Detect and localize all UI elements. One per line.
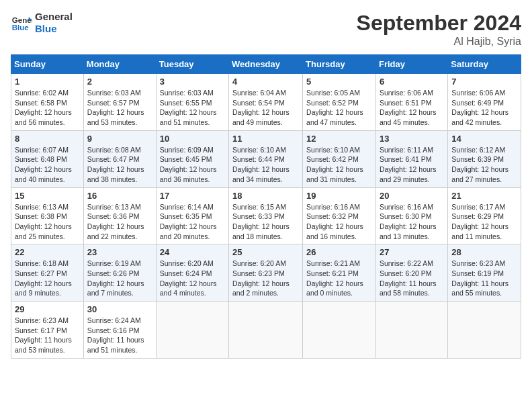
calendar-cell: 14Sunrise: 6:12 AM Sunset: 6:39 PM Dayli… [448,130,521,187]
header: General Blue General Blue September 2024… [11,11,521,48]
day-info: Sunrise: 6:04 AM Sunset: 6:54 PM Dayligh… [232,88,299,128]
day-number: 16 [87,191,152,201]
day-number: 4 [232,77,299,87]
day-info: Sunrise: 6:14 AM Sunset: 6:35 PM Dayligh… [160,202,225,242]
day-info: Sunrise: 6:23 AM Sunset: 6:19 PM Dayligh… [451,259,517,298]
day-info: Sunrise: 6:21 AM Sunset: 6:21 PM Dayligh… [306,259,372,298]
day-info: Sunrise: 6:18 AM Sunset: 6:27 PM Dayligh… [15,259,80,298]
day-number: 2 [87,77,152,87]
day-number: 9 [87,134,152,144]
weekday-thursday: Thursday [303,55,376,74]
title-area: September 2024 Al Hajib, Syria [357,11,521,48]
day-number: 12 [306,134,372,144]
day-info: Sunrise: 6:20 AM Sunset: 6:23 PM Dayligh… [232,259,299,298]
day-info: Sunrise: 6:02 AM Sunset: 6:58 PM Dayligh… [15,88,80,128]
calendar-cell: 6Sunrise: 6:06 AM Sunset: 6:51 PM Daylig… [375,74,447,131]
day-info: Sunrise: 6:13 AM Sunset: 6:38 PM Dayligh… [15,202,80,242]
day-info: Sunrise: 6:24 AM Sunset: 6:16 PM Dayligh… [87,316,152,355]
day-info: Sunrise: 6:07 AM Sunset: 6:48 PM Dayligh… [15,145,80,185]
day-number: 21 [451,191,517,201]
day-info: Sunrise: 6:09 AM Sunset: 6:45 PM Dayligh… [160,145,225,185]
calendar-cell: 15Sunrise: 6:13 AM Sunset: 6:38 PM Dayli… [11,187,84,244]
calendar-cell: 28Sunrise: 6:23 AM Sunset: 6:19 PM Dayli… [448,244,521,302]
calendar-cell [156,302,228,359]
calendar-cell: 21Sunrise: 6:17 AM Sunset: 6:29 PM Dayli… [448,187,521,244]
calendar-cell: 24Sunrise: 6:20 AM Sunset: 6:24 PM Dayli… [156,244,228,302]
day-number: 11 [232,134,299,144]
weekday-saturday: Saturday [448,55,521,74]
calendar-cell [375,302,447,359]
calendar-cell: 18Sunrise: 6:15 AM Sunset: 6:33 PM Dayli… [229,187,303,244]
logo: General Blue General Blue [11,11,73,35]
calendar-cell: 12Sunrise: 6:10 AM Sunset: 6:42 PM Dayli… [303,130,376,187]
day-number: 1 [15,77,80,87]
day-info: Sunrise: 6:16 AM Sunset: 6:32 PM Dayligh… [306,202,372,242]
logo-icon: General Blue [11,12,32,34]
weekday-tuesday: Tuesday [156,55,228,74]
calendar-cell: 26Sunrise: 6:21 AM Sunset: 6:21 PM Dayli… [303,244,376,302]
calendar-cell: 11Sunrise: 6:10 AM Sunset: 6:44 PM Dayli… [229,130,303,187]
day-info: Sunrise: 6:19 AM Sunset: 6:26 PM Dayligh… [87,259,152,298]
svg-text:Blue: Blue [12,24,30,32]
calendar-cell: 5Sunrise: 6:05 AM Sunset: 6:52 PM Daylig… [303,74,376,131]
location: Al Hajib, Syria [357,36,521,48]
calendar-cell: 1Sunrise: 6:02 AM Sunset: 6:58 PM Daylig… [11,74,84,131]
day-number: 15 [15,191,80,201]
day-info: Sunrise: 6:11 AM Sunset: 6:41 PM Dayligh… [380,145,444,185]
day-number: 8 [15,134,80,144]
day-info: Sunrise: 6:17 AM Sunset: 6:29 PM Dayligh… [451,202,517,242]
calendar-cell: 29Sunrise: 6:23 AM Sunset: 6:17 PM Dayli… [11,302,84,359]
day-number: 7 [451,77,517,87]
calendar-cell: 9Sunrise: 6:08 AM Sunset: 6:47 PM Daylig… [83,130,156,187]
day-info: Sunrise: 6:15 AM Sunset: 6:33 PM Dayligh… [232,202,299,242]
day-info: Sunrise: 6:06 AM Sunset: 6:51 PM Dayligh… [380,88,444,128]
calendar-cell: 25Sunrise: 6:20 AM Sunset: 6:23 PM Dayli… [229,244,303,302]
calendar-cell: 4Sunrise: 6:04 AM Sunset: 6:54 PM Daylig… [229,74,303,131]
weekday-header-row: SundayMondayTuesdayWednesdayThursdayFrid… [11,55,521,74]
calendar-cell: 16Sunrise: 6:13 AM Sunset: 6:36 PM Dayli… [83,187,156,244]
day-info: Sunrise: 6:13 AM Sunset: 6:36 PM Dayligh… [87,202,152,242]
day-info: Sunrise: 6:16 AM Sunset: 6:30 PM Dayligh… [380,202,444,242]
calendar-cell: 20Sunrise: 6:16 AM Sunset: 6:30 PM Dayli… [375,187,447,244]
day-number: 28 [451,247,517,257]
calendar-cell: 7Sunrise: 6:06 AM Sunset: 6:49 PM Daylig… [448,74,521,131]
calendar-cell: 27Sunrise: 6:22 AM Sunset: 6:20 PM Dayli… [375,244,447,302]
weekday-wednesday: Wednesday [229,55,303,74]
day-number: 3 [160,77,225,87]
calendar-cell: 10Sunrise: 6:09 AM Sunset: 6:45 PM Dayli… [156,130,228,187]
day-number: 23 [87,247,152,257]
weekday-monday: Monday [83,55,156,74]
day-info: Sunrise: 6:23 AM Sunset: 6:17 PM Dayligh… [15,316,80,355]
day-number: 30 [87,304,152,314]
day-info: Sunrise: 6:10 AM Sunset: 6:42 PM Dayligh… [306,145,372,185]
day-info: Sunrise: 6:20 AM Sunset: 6:24 PM Dayligh… [160,259,225,298]
day-info: Sunrise: 6:22 AM Sunset: 6:20 PM Dayligh… [380,259,444,298]
month-title: September 2024 [357,11,521,36]
calendar-cell: 8Sunrise: 6:07 AM Sunset: 6:48 PM Daylig… [11,130,84,187]
day-number: 20 [380,191,444,201]
logo-general: General [35,11,73,22]
day-number: 13 [380,134,444,144]
calendar-cell: 3Sunrise: 6:03 AM Sunset: 6:55 PM Daylig… [156,74,228,131]
day-number: 14 [451,134,517,144]
day-info: Sunrise: 6:08 AM Sunset: 6:47 PM Dayligh… [87,145,152,185]
week-row-5: 29Sunrise: 6:23 AM Sunset: 6:17 PM Dayli… [11,302,521,359]
day-info: Sunrise: 6:03 AM Sunset: 6:55 PM Dayligh… [160,88,225,128]
calendar-cell: 23Sunrise: 6:19 AM Sunset: 6:26 PM Dayli… [83,244,156,302]
week-row-4: 22Sunrise: 6:18 AM Sunset: 6:27 PM Dayli… [11,244,521,302]
day-number: 10 [160,134,225,144]
calendar-cell: 13Sunrise: 6:11 AM Sunset: 6:41 PM Dayli… [375,130,447,187]
day-number: 6 [380,77,444,87]
day-number: 22 [15,247,80,257]
calendar-cell: 30Sunrise: 6:24 AM Sunset: 6:16 PM Dayli… [83,302,156,359]
week-row-1: 1Sunrise: 6:02 AM Sunset: 6:58 PM Daylig… [11,74,521,131]
day-number: 29 [15,304,80,314]
week-row-3: 15Sunrise: 6:13 AM Sunset: 6:38 PM Dayli… [11,187,521,244]
calendar-cell [229,302,303,359]
day-number: 26 [306,247,372,257]
day-number: 18 [232,191,299,201]
day-info: Sunrise: 6:05 AM Sunset: 6:52 PM Dayligh… [306,88,372,128]
day-number: 5 [306,77,372,87]
weekday-sunday: Sunday [11,55,84,74]
calendar-cell: 19Sunrise: 6:16 AM Sunset: 6:32 PM Dayli… [303,187,376,244]
